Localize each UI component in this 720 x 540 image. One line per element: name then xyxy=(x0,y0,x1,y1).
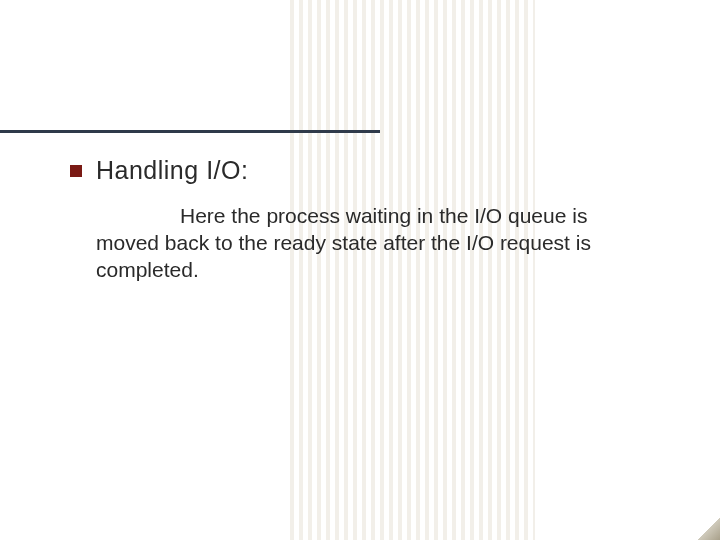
slide-heading: Handling I/O: xyxy=(96,156,248,185)
slide-body-text: Here the process waiting in the I/O queu… xyxy=(96,203,656,284)
page-curl-icon xyxy=(698,518,720,540)
horizontal-rule xyxy=(0,130,380,133)
heading-row: Handling I/O: xyxy=(70,156,680,185)
slide-content: Handling I/O: Here the process waiting i… xyxy=(70,156,680,284)
bullet-icon xyxy=(70,165,82,177)
